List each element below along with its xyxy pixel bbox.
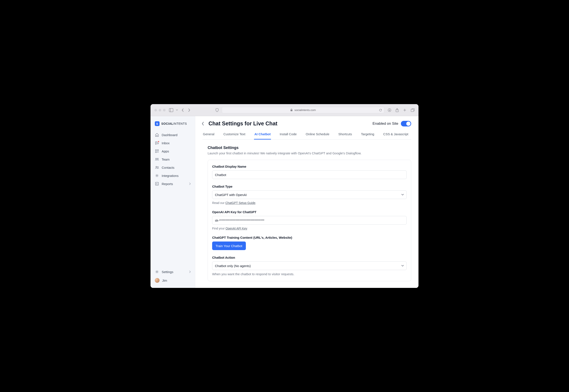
- nav-back-button[interactable]: [181, 108, 184, 112]
- sidebar-item-label: Team: [162, 158, 170, 161]
- tab-online-schedule[interactable]: Online Schedule: [305, 132, 330, 140]
- svg-point-16: [156, 175, 157, 176]
- chevron-down-icon: [401, 194, 404, 196]
- main-content: Chat Settings for Live Chat Enabled on S…: [195, 116, 418, 288]
- nav-forward-button[interactable]: [188, 108, 190, 112]
- chatbot-type-value: ChatGPT with OpenAI: [215, 193, 247, 197]
- sidebar-footer: Settings Jim: [151, 266, 195, 288]
- browser-toolbar: socialintents.com: [151, 104, 418, 116]
- section-description: Launch your first chatbot in minutes! We…: [208, 151, 411, 155]
- avatar: [155, 278, 159, 283]
- enabled-on-site-label: Enabled on Site: [372, 122, 398, 126]
- sidebar-item-label: Settings: [162, 270, 173, 274]
- training-label: ChatGPT Training Content (URL's, Article…: [212, 236, 407, 239]
- svg-rect-11: [156, 152, 156, 153]
- svg-rect-5: [411, 109, 413, 112]
- page-title: Chat Settings for Live Chat: [209, 120, 277, 127]
- chatbot-action-field: Chatbot Action Chatbot only (No agents) …: [212, 256, 407, 276]
- sidebar-item-contacts[interactable]: Contacts: [152, 163, 193, 171]
- chatbot-action-value: Chatbot only (No agents): [215, 264, 251, 268]
- chatgpt-setup-guide-link[interactable]: ChatGPT Setup Guide: [225, 201, 255, 205]
- tab-general[interactable]: General: [202, 132, 215, 140]
- notification-dot-icon: [157, 140, 159, 142]
- sidebar-item-inbox[interactable]: Inbox: [152, 139, 193, 147]
- api-key-label: OpenAI API Key for ChatGPT: [212, 210, 407, 214]
- svg-point-6: [156, 142, 156, 143]
- home-icon: [155, 133, 159, 137]
- tab-targeting[interactable]: Targeting: [360, 132, 375, 140]
- report-icon: [155, 182, 159, 186]
- team-icon: [155, 157, 159, 161]
- chatbot-type-field: Chatbot Type ChatGPT with OpenAI Read ou…: [212, 185, 407, 205]
- address-host: socialintents.com: [294, 108, 316, 112]
- chatbot-type-label: Chatbot Type: [212, 185, 407, 188]
- share-icon[interactable]: [396, 108, 399, 112]
- tab-css-js[interactable]: CSS & Javascript: [383, 132, 409, 140]
- settings-gear-icon: [155, 270, 159, 274]
- chatbot-action-hint: When you want the chatbot to respond to …: [212, 272, 407, 276]
- sidebar-item-label: Dashboard: [162, 133, 177, 137]
- openai-api-key-link[interactable]: OpenAI API Key: [226, 227, 247, 230]
- display-name-input[interactable]: [212, 170, 407, 179]
- back-button[interactable]: [202, 122, 206, 126]
- sidebar: S SOCIALINTENTS Dashboard In: [151, 116, 195, 288]
- svg-point-15: [157, 167, 158, 168]
- sidebar-item-settings[interactable]: Settings: [152, 268, 193, 276]
- new-tab-icon[interactable]: [403, 108, 406, 112]
- chevron-right-icon: [189, 270, 191, 273]
- chatbot-action-label: Chatbot Action: [212, 256, 407, 259]
- sidebar-toggle-icon[interactable]: [169, 108, 175, 112]
- brand-badge-icon: S: [155, 121, 159, 126]
- safari-window: socialintents.com S: [151, 104, 418, 288]
- brand-logo[interactable]: S SOCIALINTENTS: [151, 116, 195, 130]
- downloads-icon[interactable]: [388, 108, 391, 112]
- contacts-icon: [155, 166, 159, 169]
- address-bar[interactable]: socialintents.com: [222, 107, 384, 113]
- tab-customize-text[interactable]: Customize Text: [223, 132, 246, 140]
- train-chatbot-button[interactable]: Train Your Chatbot: [212, 241, 246, 250]
- sidebar-item-label: Apps: [162, 149, 169, 153]
- tab-install-code[interactable]: Install Code: [279, 132, 297, 140]
- sidebar-item-dashboard[interactable]: Dashboard: [152, 131, 193, 139]
- chatbot-type-select[interactable]: ChatGPT with OpenAI: [212, 190, 407, 199]
- svg-rect-9: [156, 150, 156, 151]
- enabled-on-site-toggle[interactable]: [401, 121, 411, 126]
- sidebar-item-team[interactable]: Team: [152, 155, 193, 163]
- app-frame: S SOCIALINTENTS Dashboard In: [151, 116, 418, 288]
- gear-icon: [155, 174, 159, 178]
- svg-point-18: [156, 271, 157, 272]
- window-controls: [154, 109, 166, 112]
- api-key-input[interactable]: [212, 216, 407, 224]
- brand-name: SOCIALINTENTS: [161, 122, 187, 125]
- chatbot-settings-section: Chatbot Settings Launch your first chatb…: [195, 140, 418, 288]
- sidebar-item-label: Contacts: [162, 166, 174, 169]
- window-close-button[interactable]: [154, 109, 157, 112]
- chatbot-action-select[interactable]: Chatbot only (No agents): [212, 262, 407, 270]
- toggle-knob: [406, 122, 411, 126]
- reload-icon[interactable]: [379, 109, 382, 112]
- sidebar-item-reports[interactable]: Reports: [152, 180, 193, 188]
- tab-ai-chatbot[interactable]: AI Chatbot: [254, 132, 271, 140]
- sidebar-item-label: Integrations: [162, 174, 178, 178]
- sidebar-item-apps[interactable]: Apps: [152, 147, 193, 155]
- chatbot-settings-form: Chatbot Display Name Chatbot Type ChatGP…: [208, 160, 411, 281]
- lock-icon: [290, 109, 293, 112]
- tabs-overview-icon[interactable]: [411, 108, 415, 112]
- window-minimize-button[interactable]: [159, 109, 161, 112]
- apps-grid-icon: [155, 149, 159, 153]
- privacy-shield-icon[interactable]: [215, 108, 219, 112]
- svg-point-14: [156, 166, 157, 168]
- chatbot-type-hint: Read our ChatGPT Setup Guide.: [212, 201, 407, 205]
- toolbar-dropdown-icon[interactable]: [176, 109, 178, 111]
- tab-shortcuts[interactable]: Shortcuts: [338, 132, 352, 140]
- page-header: Chat Settings for Live Chat Enabled on S…: [195, 116, 418, 128]
- sidebar-item-integrations[interactable]: Integrations: [152, 171, 193, 180]
- sidebar-nav: Dashboard Inbox Apps: [151, 130, 195, 266]
- sidebar-item-user[interactable]: Jim: [152, 276, 193, 285]
- chevron-down-icon: [401, 265, 404, 267]
- sidebar-item-label: Inbox: [162, 141, 170, 145]
- api-key-hint: Find your OpenAI API Key: [212, 227, 407, 230]
- window-zoom-button[interactable]: [163, 109, 166, 112]
- user-name: Jim: [162, 279, 167, 282]
- sidebar-item-label: Reports: [162, 182, 173, 186]
